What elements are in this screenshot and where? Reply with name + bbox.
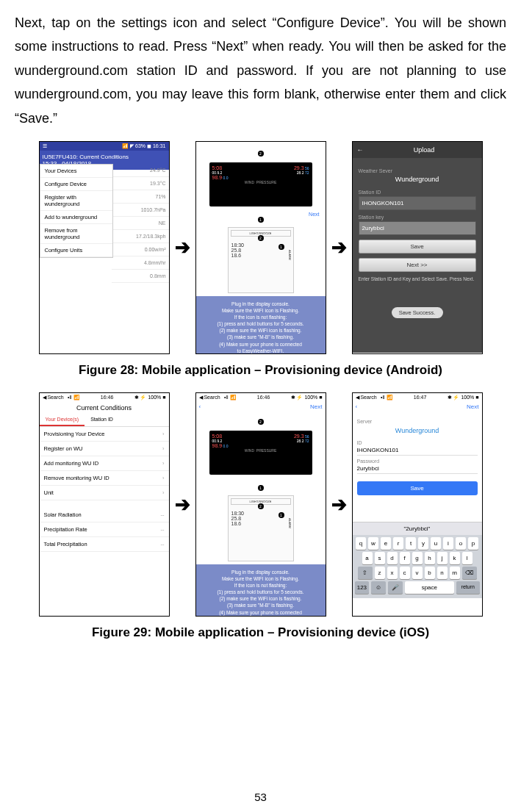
menu-item-configure-units[interactable]: Configure Units xyxy=(40,244,112,257)
key-j[interactable]: j xyxy=(437,552,448,564)
key-shift[interactable]: ⇧ xyxy=(358,567,373,579)
key-emoji[interactable]: ☺ xyxy=(371,581,386,594)
display-temp2: 28.2 xyxy=(297,439,304,443)
status-left: ☰ xyxy=(43,143,47,149)
ios-screenshot-3: ◀ Search •ll 📶 16:47 ✱ ⚡ 100% ■ ‹ Next S… xyxy=(352,392,483,617)
key-v[interactable]: v xyxy=(412,567,423,579)
key-return[interactable]: return xyxy=(456,581,480,594)
ios-tabs: Your Device(s) Station ID xyxy=(40,414,169,427)
save-button[interactable]: Save xyxy=(359,240,476,254)
instr-line: (2) make sure the WiFi icon is flashing. xyxy=(201,595,321,602)
list-item-total-precip: Total Precipitation-- xyxy=(40,537,169,552)
key-d[interactable]: d xyxy=(387,552,398,564)
server-label: Weather Sever xyxy=(359,168,476,173)
key-l[interactable]: l xyxy=(462,552,473,564)
key-q[interactable]: q xyxy=(356,537,366,550)
status-time: 16:47 xyxy=(414,395,427,400)
key-x[interactable]: x xyxy=(387,567,398,579)
key-i[interactable]: i xyxy=(443,537,453,550)
key-g[interactable]: g xyxy=(412,552,423,564)
next-button[interactable]: Next >> xyxy=(359,258,476,272)
ios-form-body: Server Wunderground ID IHONGKON101 Passw… xyxy=(353,412,482,500)
instr-line: to EasyWeather-WIFI. xyxy=(201,616,321,617)
status-right: 📶 ◤ 63% ◼ 16:31 xyxy=(122,143,165,149)
badge-1b-icon: 1 xyxy=(279,512,284,518)
android-background-values: 24.9°C 19.3°C 71% 1010.7hPa NE 17.2/18.3… xyxy=(112,164,169,283)
server-label: Server xyxy=(357,419,478,424)
next-button[interactable]: Next xyxy=(310,403,322,410)
upload-header: ← Upload xyxy=(353,142,482,158)
key-s[interactable]: s xyxy=(375,552,385,564)
list-item-remove-wu[interactable]: Remove monitoring WU ID› xyxy=(40,471,169,486)
tab-your-devices[interactable]: Your Device(s) xyxy=(40,414,85,426)
next-link[interactable]: Next xyxy=(309,212,319,217)
menu-item-register-wu[interactable]: Register with wunderground xyxy=(40,191,112,211)
back-button[interactable]: ‹ xyxy=(199,403,201,410)
station-key-input[interactable]: 2urybbci xyxy=(359,221,476,235)
next-button[interactable]: Next xyxy=(467,403,478,410)
key-backspace[interactable]: ⌫ xyxy=(462,567,477,579)
keyboard-suggestion[interactable]: "2urybbci" xyxy=(353,522,482,535)
password-label: Password xyxy=(357,459,478,464)
list-label: Precipitation Rate xyxy=(44,526,87,533)
save-success-toast: Save Success. xyxy=(392,307,443,318)
back-button[interactable]: ‹ xyxy=(356,403,358,410)
key-b[interactable]: b xyxy=(425,567,435,579)
key-c[interactable]: c xyxy=(400,567,410,579)
menu-item-configure-device[interactable]: Configure Device xyxy=(40,178,112,191)
badge-1-icon: 1 xyxy=(258,485,264,491)
badge-2b-icon: 2 xyxy=(258,503,264,509)
status-time: 16:46 xyxy=(101,395,114,400)
status-time: 16:46 xyxy=(257,395,270,400)
key-f[interactable]: f xyxy=(400,552,410,564)
figure-28-row: ☰ 📶 ◤ 63% ◼ 16:31 IU5E7FU410: Current Co… xyxy=(15,141,506,354)
key-r[interactable]: r xyxy=(393,537,403,550)
key-a[interactable]: a xyxy=(362,552,373,564)
key-t[interactable]: t xyxy=(406,537,416,550)
list-item-provisioning[interactable]: Provisioning Your Device› xyxy=(40,427,169,442)
list-label: Unit xyxy=(44,489,54,496)
key-u[interactable]: u xyxy=(431,537,441,550)
station-key-label: Station key xyxy=(359,215,476,220)
key-y[interactable]: y xyxy=(418,537,428,550)
status-right: ✱ ⚡ 100% ■ xyxy=(448,395,479,400)
android-screenshot-3: ← Upload Weather Sever Wunderground Stat… xyxy=(352,141,483,354)
key-space[interactable]: space xyxy=(405,581,454,594)
list-label: Add monitoring WU ID xyxy=(44,460,99,467)
key-p[interactable]: p xyxy=(468,537,478,550)
android-settings-menu: Your Devices Configure Device Register w… xyxy=(40,164,113,258)
id-input[interactable]: IHONGKON101 xyxy=(357,445,478,456)
key-mic[interactable]: 🎤 xyxy=(388,581,403,594)
key-o[interactable]: o xyxy=(456,537,466,550)
display-time: 5:08 xyxy=(212,434,223,439)
status-right: ✱ ⚡ 100% ■ xyxy=(134,395,166,400)
password-input[interactable]: 2urybbci xyxy=(357,464,478,474)
menu-item-add-wu[interactable]: Add to wunderground xyxy=(40,211,112,224)
display-pressure: 98.9 xyxy=(212,175,223,180)
tab-station-id[interactable]: Station ID xyxy=(85,414,119,426)
secondary-device: LIGHT/SNOOZE 18:30 25.8 18.6 ALARM 2 1 xyxy=(228,495,294,561)
key-m[interactable]: m xyxy=(450,567,460,579)
list-item-unit[interactable]: Unit› xyxy=(40,486,169,500)
key-h[interactable]: h xyxy=(425,552,435,564)
list-item-add-wu[interactable]: Add monitoring WU ID› xyxy=(40,456,169,471)
key-n[interactable]: n xyxy=(437,567,448,579)
android-screenshot-2: 2 5:08 29.3 56 00.9.2 28.2 72 98.9 0.0 W… xyxy=(195,141,326,354)
ios-status-bar: ◀ Search •ll 📶 16:46 ✱ ⚡ 100% ■ xyxy=(40,393,169,402)
station-id-input[interactable]: IHONGKON101 xyxy=(359,196,476,210)
back-arrow-icon[interactable]: ← xyxy=(357,146,364,154)
key-123[interactable]: 123 xyxy=(355,581,370,594)
instr-line: If the icon is not flashing: xyxy=(201,582,321,589)
key-e[interactable]: e xyxy=(381,537,391,550)
save-button[interactable]: Save xyxy=(357,481,478,495)
key-w[interactable]: w xyxy=(368,537,378,550)
arrow-right-icon: ➔ xyxy=(331,235,347,259)
instructions-text: Plug in the display console. Make sure t… xyxy=(196,296,326,354)
key-z[interactable]: z xyxy=(375,567,385,579)
menu-item-remove-wu[interactable]: Remove from wunderground xyxy=(40,224,112,244)
menu-item-your-devices[interactable]: Your Devices xyxy=(40,165,112,178)
dash-icon: -- xyxy=(161,511,165,518)
alarm-label: ALARM xyxy=(288,250,292,260)
list-item-register[interactable]: Register on WU› xyxy=(40,442,169,456)
key-k[interactable]: k xyxy=(450,552,460,564)
